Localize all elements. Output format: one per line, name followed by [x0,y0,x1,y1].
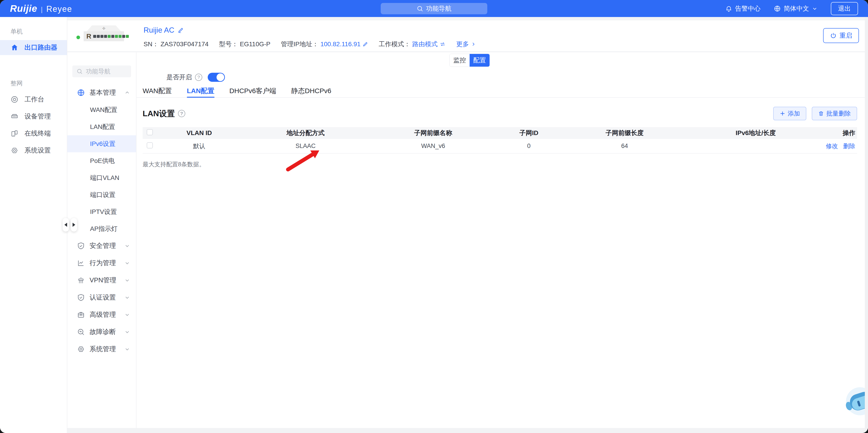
language-selector[interactable]: 简体中文 [774,4,818,13]
chevron-down-icon [124,277,130,283]
row-checkbox[interactable] [147,142,153,148]
global-search-placeholder: 功能导航 [426,4,452,13]
edit-device-name-icon[interactable] [178,27,184,33]
nav-item-lan-config[interactable]: LAN配置 [67,118,136,135]
lan-settings-section: LAN设置 ? 添加 批量删除 [143,107,857,168]
sidebar-item-online-clients[interactable]: 在线终端 [0,126,67,141]
table-header-row: VLAN ID 地址分配方式 子网前缀名称 子网ID 子网前缀长度 IPv6地址… [143,127,857,139]
nav-item-poe[interactable]: PoE供电 [67,152,136,169]
nav-group-label: 高级管理 [90,310,116,319]
col-assign-mode: 地址分配方式 [242,127,369,139]
search-icon [76,68,83,74]
tab-static-dhcpv6[interactable]: 静态DHCPv6 [291,85,331,97]
expand-right-button[interactable] [71,218,77,232]
add-button[interactable]: 添加 [773,107,806,120]
col-subnet-id: 子网ID [497,127,561,139]
device-name[interactable]: Ruijie AC [144,26,174,34]
nav-group-label: 安全管理 [90,241,116,251]
sidebar-section-standalone: 单机 [10,27,67,36]
app-window: Ruijie | Reyee 功能导航 告警中心 简体中文 [0,0,868,433]
nav-group-behavior[interactable]: 行为管理 [67,255,136,272]
nav-group-diagnostics[interactable]: 故障诊断 [67,323,136,340]
switch-mode-icon[interactable] [439,41,446,47]
nav-item-port-vlan[interactable]: 端口VLAN [67,169,136,186]
table-note: 最大支持配置8条数据。 [143,160,857,168]
nav-group-advanced[interactable]: 高级管理 [67,306,136,323]
ipv6-enable-toggle[interactable] [208,73,225,82]
nav-item-ap-led[interactable]: AP指示灯 [67,220,136,237]
batch-delete-button[interactable]: 批量删除 [812,107,857,120]
device-info-card: ✣ R Ruijie AC SN：ZAS703F047174 型号：EG110G… [67,21,868,51]
nav-group-vpn[interactable]: VPN管理 [67,272,136,289]
app-header: Ruijie | Reyee 功能导航 告警中心 简体中文 [0,0,868,17]
logo-reyee: Reyee [46,4,72,14]
more-link[interactable]: 更多 [456,40,476,48]
router-image: ✣ R [84,25,124,41]
nav-item-port-settings[interactable]: 端口设置 [67,186,136,203]
triangle-right-icon [72,223,75,227]
device-illustration: ✣ R [76,25,124,41]
chevron-up-icon [124,90,130,96]
work-mode-value[interactable]: 路由模式 [412,40,438,48]
sidebar-section-network: 整网 [10,79,67,88]
logout-button[interactable]: 退出 [831,2,858,15]
tab-dhcpv6-client[interactable]: DHCPv6客户端 [229,85,276,97]
router-front-face: R [84,31,124,41]
sidebar-item-label: 在线终端 [25,129,51,138]
nav-group-basic-management[interactable]: 基本管理 [67,84,136,101]
device-status-dot [76,36,80,39]
nav-group-system[interactable]: 系统管理 [67,340,136,358]
col-actions: 操作 [823,127,857,139]
shield-check-icon [77,293,85,302]
chevron-down-icon [124,295,130,300]
tab-config[interactable]: 配置 [470,54,490,67]
tab-lan-config[interactable]: LAN配置 [187,85,215,97]
chevron-down-icon [812,6,818,11]
alarm-center-button[interactable]: 告警中心 [725,4,761,13]
sidebar-item-label: 系统设置 [25,146,51,155]
bottom-strip [67,428,868,433]
sidebar-item-device-management[interactable]: 设备管理 [0,109,67,124]
help-icon[interactable]: ? [178,110,185,117]
sidebar-item-system-settings[interactable]: 系统设置 [0,143,67,158]
chevron-down-icon [124,243,130,249]
nav-item-iptv[interactable]: IPTV设置 [67,203,136,220]
home-icon [10,43,19,52]
nav-group-authentication[interactable]: 认证设置 [67,289,136,306]
cell-ipv6-address [688,139,823,154]
sidebar-item-egress-router[interactable]: 出口路由器 [0,40,67,55]
assistant-widget[interactable] [841,384,868,419]
mgmt-ip-label: 管理IP地址： [281,40,318,48]
tab-monitor[interactable]: 监控 [450,54,470,67]
sidebar-item-workbench[interactable]: 工作台 [0,92,67,107]
nav-item-wan-config[interactable]: WAN配置 [67,101,136,118]
tab-wan-config[interactable]: WAN配置 [143,85,172,97]
brand-logo: Ruijie | Reyee [10,3,72,14]
vpn-hub-icon [77,276,85,285]
config-tabs: WAN配置 LAN配置 DHCPv6客户端 静态DHCPv6 [136,85,868,98]
nav-group-label: 故障诊断 [90,327,116,336]
edit-ip-icon[interactable] [362,41,368,47]
nav-item-ipv6-settings[interactable]: IPv6设置 [67,135,136,152]
cell-prefix-name: WAN_v6 [369,139,497,154]
triangle-left-icon [64,223,67,227]
work-mode-label: 工作模式： [379,40,410,48]
edit-row-link[interactable]: 修改 [826,142,838,150]
mgmt-ip-value[interactable]: 100.82.116.91 [320,40,361,48]
select-all-checkbox[interactable] [147,129,153,135]
reboot-button[interactable]: 重启 [823,28,859,43]
nav-group-label: 行为管理 [90,259,116,268]
delete-row-link[interactable]: 删除 [843,142,855,150]
logo-ruijie: Ruijie [10,3,37,14]
global-search-input[interactable]: 功能导航 [381,3,487,14]
main-content: 监控 配置 是否开启 ? WAN配置 LAN配置 DHCPv6客户端 静态DHC… [136,52,868,428]
router-top-face: ✣ [87,25,121,31]
help-icon[interactable]: ? [195,74,202,81]
chevron-down-icon [124,312,130,318]
nav-group-security[interactable]: 安全管理 [67,237,136,255]
nav-group-label: 系统管理 [90,345,116,354]
collapse-left-button[interactable] [63,218,69,232]
scrollbar-track[interactable] [865,17,868,433]
feature-search-input[interactable]: 功能导航 [72,65,131,77]
globe-icon [77,89,85,97]
